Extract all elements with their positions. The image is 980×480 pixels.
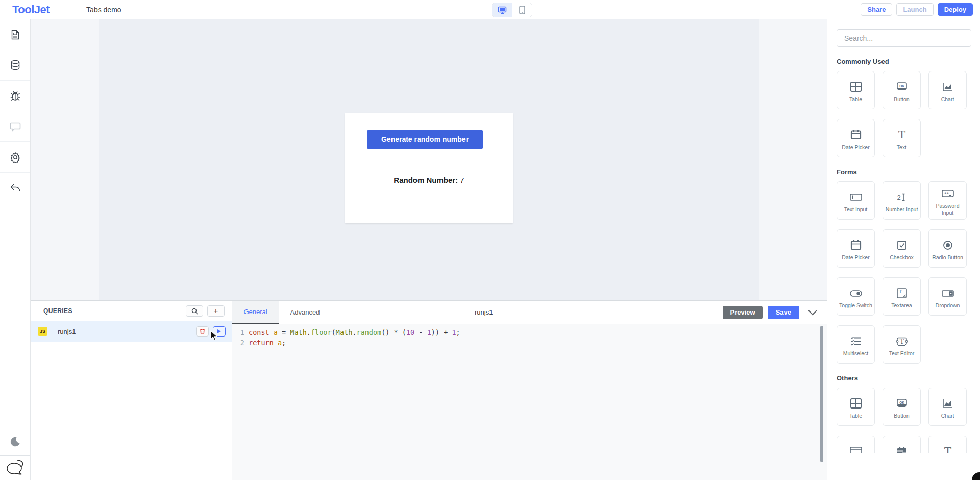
widget-label: Date Picker [841, 254, 870, 261]
widget-card-date-picker[interactable]: Date Picker [837, 229, 875, 268]
dark-mode-toggle[interactable] [0, 427, 30, 455]
launch-button[interactable]: Launch [896, 3, 933, 16]
widget-card-text[interactable]: T [928, 436, 967, 453]
search-icon [191, 308, 198, 315]
query-name: runjs1 [58, 328, 196, 335]
desktop-view-button[interactable] [492, 3, 512, 17]
save-button[interactable]: Save [768, 306, 799, 319]
widget-card-toggle-switch[interactable]: Toggle Switch [837, 277, 875, 316]
app-title: Tabs demo [86, 6, 121, 14]
sidebar-item-settings[interactable] [0, 142, 30, 173]
widget-card-table[interactable]: Table [837, 388, 875, 426]
texteditor-icon: T [895, 334, 909, 348]
code-editor[interactable]: 1const a = Math.floor(Math.random() * (1… [232, 324, 827, 480]
canvas-container-widget[interactable]: Generate random number Random Number: 7 [345, 113, 513, 223]
datepicker-icon [850, 128, 862, 142]
collapse-panel-button[interactable] [807, 309, 818, 316]
widget-card-textarea[interactable]: TTextarea [883, 277, 921, 316]
widget-label: Toggle Switch [838, 302, 873, 309]
widget-card-table[interactable]: Table [837, 71, 875, 109]
sidebar-item-debugger[interactable] [0, 81, 30, 111]
widget-card-number-input[interactable]: 2Number Input [883, 181, 921, 220]
run-query-button[interactable] [213, 326, 226, 337]
sidebar-item-comments[interactable] [0, 111, 30, 142]
code-token [270, 327, 274, 338]
widget-card-chart[interactable]: Chart [928, 71, 967, 109]
sidebar-item-datasources[interactable] [0, 50, 30, 81]
chat-bubbles-icon [3, 458, 24, 478]
widget-label: Text [896, 144, 908, 151]
widget-card-button[interactable]: OKButton [883, 388, 921, 426]
widget-grid: Text Input2Number Input**Password InputD… [837, 181, 971, 364]
bug-icon [9, 90, 21, 102]
code-token: floor [311, 327, 332, 338]
code-token: 10 [406, 327, 414, 338]
deploy-button[interactable]: Deploy [938, 3, 973, 16]
sidebar-item-undo[interactable] [0, 173, 30, 203]
mobile-icon [519, 6, 525, 14]
tab-general[interactable]: General [232, 301, 279, 324]
text-icon: T [896, 128, 908, 142]
button-icon: OK [895, 80, 909, 94]
generate-random-number-button[interactable]: Generate random number [367, 130, 483, 149]
code-editor-scrollbar[interactable] [820, 326, 823, 462]
share-button[interactable]: Share [861, 3, 892, 16]
widget-card-text-editor[interactable]: TText Editor [883, 325, 921, 364]
widget-card-password-input[interactable]: **Password Input [928, 181, 967, 220]
gear-icon [9, 151, 21, 163]
tab-advanced[interactable]: Advanced [279, 301, 331, 324]
widget-card-checkbox[interactable]: Checkbox [883, 229, 921, 268]
widget-card-text[interactable]: TText [883, 119, 921, 157]
query-editor-title: runjs1 [331, 301, 723, 324]
code-token: ( [332, 327, 336, 338]
app-canvas[interactable]: Generate random number Random Number: 7 [99, 19, 759, 300]
widget-search-input[interactable] [837, 29, 971, 47]
random-number-label: Random Number: [394, 176, 458, 184]
widget-card-chart[interactable]: Chart [928, 388, 967, 426]
widget-label: Button [893, 413, 910, 419]
code-token: return [249, 338, 274, 348]
chat-widget-button[interactable] [0, 455, 30, 480]
line-number: 1 [232, 327, 249, 338]
svg-text:OK: OK [899, 84, 904, 87]
line-number: 2 [232, 338, 249, 348]
checkbox-icon [896, 238, 908, 252]
play-icon [217, 329, 222, 334]
add-query-button[interactable]: + [207, 305, 225, 317]
widget-card-button[interactable]: OKButton [883, 71, 921, 109]
button-icon: OK [895, 396, 909, 411]
widget-card-modal[interactable] [837, 436, 875, 453]
widget-card-date-picker[interactable]: Date Picker [837, 119, 875, 157]
query-search-button[interactable] [186, 305, 203, 317]
device-toggle [492, 3, 532, 17]
widget-card-dropdown[interactable]: Dropdown [928, 277, 967, 316]
query-list-item-runjs1[interactable]: JS runjs1 [31, 321, 232, 342]
textarea-icon: T [896, 286, 908, 300]
widget-section-title: Forms [837, 168, 971, 176]
widget-card-calendar[interactable] [883, 436, 921, 453]
comment-icon [9, 121, 21, 132]
widget-label: Checkbox [889, 254, 915, 261]
sidebar-item-inspector[interactable] [0, 19, 30, 50]
widget-card-multiselect[interactable]: Multiselect [837, 325, 875, 364]
sidebar-spacer [0, 203, 30, 427]
mobile-view-button[interactable] [512, 3, 532, 17]
desktop-icon [498, 6, 507, 14]
trash-icon [200, 328, 205, 334]
textinput-icon [849, 190, 863, 204]
passwordinput-icon: ** [941, 186, 954, 201]
svg-text:T: T [944, 445, 951, 453]
code-token: 1 [427, 327, 431, 338]
widget-label: Text Input [843, 206, 869, 213]
widget-label: Text Editor [888, 350, 916, 357]
code-token: = [278, 327, 290, 338]
widget-card-radio-button[interactable]: Radio Button [928, 229, 967, 268]
svg-text:T: T [898, 289, 901, 294]
widget-card-text-input[interactable]: Text Input [837, 181, 875, 220]
widget-label: Chart [940, 96, 955, 103]
delete-query-button[interactable] [196, 326, 209, 337]
widget-section-title: Commonly Used [837, 58, 971, 65]
chart-icon [942, 80, 954, 94]
code-token: a [274, 327, 278, 338]
preview-button[interactable]: Preview [723, 306, 762, 319]
